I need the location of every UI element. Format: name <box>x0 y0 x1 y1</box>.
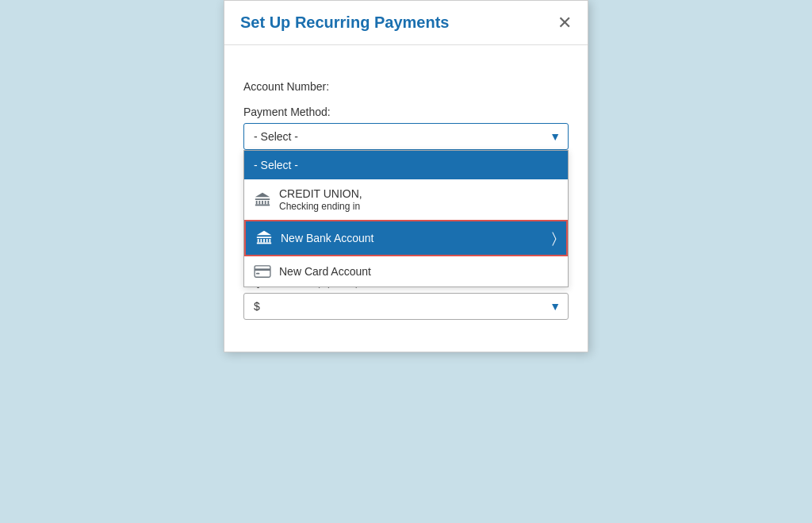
dropdown-item-new-bank[interactable]: New Bank Account 〉 <box>244 220 568 256</box>
svg-rect-4 <box>256 273 260 275</box>
payment-limit-select-wrapper: $ ▼ <box>243 293 569 320</box>
svg-rect-0 <box>255 204 270 206</box>
new-bank-label: New Bank Account <box>281 232 374 244</box>
credit-union-text: CREDIT UNION, Checking ending in <box>279 187 362 212</box>
modal: Set Up Recurring Payments ✕ Account Numb… <box>224 0 588 352</box>
dropdown-item-credit-union[interactable]: CREDIT UNION, Checking ending in <box>244 179 568 220</box>
cursor-icon: 〉 <box>552 230 557 247</box>
payment-limit-select[interactable]: $ <box>243 293 569 320</box>
payment-method-group: Payment Method: - Select - ▼ - Select - <box>243 106 569 180</box>
payment-method-select[interactable]: - Select - <box>243 123 569 150</box>
account-number-group: Account Number: <box>243 80 569 93</box>
account-number-label: Account Number: <box>243 80 569 93</box>
card-icon <box>254 264 271 279</box>
svg-rect-2 <box>255 266 270 277</box>
svg-rect-1 <box>257 243 271 244</box>
payment-method-label: Payment Method: <box>243 106 569 118</box>
modal-body: Account Number: Payment Method: - Select… <box>224 45 588 352</box>
dropdown-item-select[interactable]: - Select - <box>244 151 568 179</box>
modal-title: Set Up Recurring Payments <box>240 13 449 32</box>
dropdown-item-new-card[interactable]: New Card Account <box>244 256 568 286</box>
dropdown-list: - Select - CREDIT UNION, Checking ending… <box>243 150 569 287</box>
bank-icon-white <box>255 229 273 247</box>
payment-method-select-wrapper: - Select - ▼ - Select - <box>243 123 569 150</box>
svg-rect-3 <box>255 268 270 271</box>
dropdown-item-label: - Select - <box>254 159 298 171</box>
new-card-label: New Card Account <box>279 265 371 278</box>
modal-header: Set Up Recurring Payments ✕ <box>224 1 588 45</box>
close-button[interactable]: ✕ <box>557 14 572 32</box>
bank-icon <box>254 191 271 209</box>
